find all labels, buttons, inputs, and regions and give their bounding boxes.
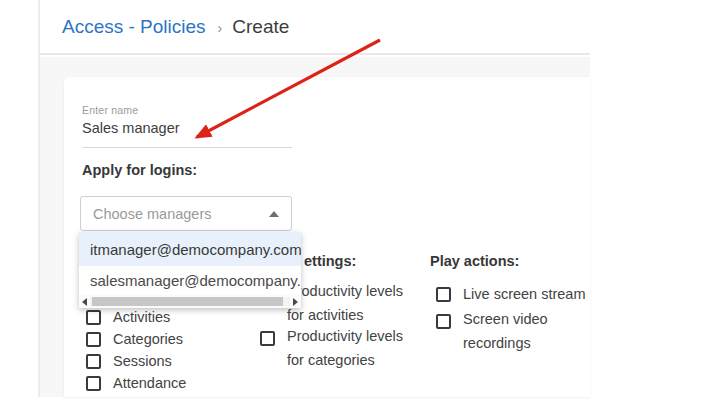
attendance-checkbox[interactable] [86, 376, 101, 391]
screen-video-recordings-checkbox[interactable] [436, 314, 451, 329]
label-line: Productivity levels [287, 279, 403, 303]
label-line: recordings [463, 331, 548, 355]
hscroll-thumb[interactable] [92, 297, 283, 306]
page: Access - Policies › Create Enter name Sa… [0, 0, 710, 410]
dropdown-option-salesmanager[interactable]: salesmanager@democompany.com [79, 266, 301, 295]
live-screen-stream-label: Live screen stream [463, 286, 586, 302]
activities-checkbox[interactable] [86, 310, 101, 325]
attendance-label: Attendance [113, 375, 186, 391]
dropdown-hscrollbar[interactable] [79, 295, 301, 308]
name-input-underline [82, 147, 292, 148]
chevron-right-icon: › [218, 18, 223, 36]
managers-dropdown[interactable]: Choose managers [80, 196, 292, 231]
label-line: Productivity levels [287, 324, 403, 348]
activities-label: Activities [113, 309, 170, 325]
sessions-checkbox[interactable] [86, 354, 101, 369]
categories-checkbox[interactable] [86, 332, 101, 347]
hscroll-track[interactable] [90, 297, 290, 306]
sessions-label: Sessions [113, 353, 172, 369]
page-title: Create [232, 16, 289, 38]
screen-video-recordings-label: Screen video recordings [463, 307, 548, 355]
checkbox-row-activities: Activities [86, 310, 170, 325]
label-line: Screen video [463, 307, 548, 331]
name-field-label: Enter name [82, 104, 138, 116]
play-actions-heading: Play actions: [430, 253, 519, 269]
name-input[interactable]: Sales manager [82, 120, 180, 136]
productivity-categories-checkbox[interactable] [260, 331, 275, 346]
checkbox-row-screen-video-recordings: Screen video recordings [436, 311, 548, 355]
productivity-categories-label: Productivity levels for categories [287, 324, 403, 372]
app-window: Access - Policies › Create Enter name Sa… [38, 0, 590, 397]
caret-up-icon [269, 211, 279, 217]
breadcrumb: Access - Policies › Create [40, 0, 590, 55]
dropdown-option-itmanager[interactable]: itmanager@democompany.com [79, 232, 301, 266]
scroll-left-icon[interactable] [82, 298, 87, 306]
form-card: Enter name Sales manager Apply for login… [64, 77, 590, 397]
checkbox-row-attendance: Attendance [86, 376, 186, 391]
checkbox-row-live-screen-stream: Live screen stream [436, 287, 586, 302]
checkbox-row-categories: Categories [86, 332, 183, 347]
managers-dropdown-placeholder: Choose managers [93, 206, 269, 222]
categories-label: Categories [113, 331, 183, 347]
checkbox-row-productivity-categories: Productivity levels for categories [260, 328, 403, 372]
content-area: Enter name Sales manager Apply for login… [40, 57, 590, 397]
breadcrumb-parent-link[interactable]: Access - Policies [62, 16, 206, 38]
scroll-right-icon[interactable] [293, 298, 298, 306]
live-screen-stream-checkbox[interactable] [436, 287, 451, 302]
apply-for-logins-heading: Apply for logins: [82, 162, 197, 178]
managers-dropdown-list: itmanager@democompany.com salesmanager@d… [79, 232, 301, 308]
label-line: for categories [287, 348, 403, 372]
productivity-activities-label: Productivity levels for activities [287, 279, 403, 327]
settings-column-heading: ettings: [304, 253, 356, 269]
checkbox-row-sessions: Sessions [86, 354, 172, 369]
